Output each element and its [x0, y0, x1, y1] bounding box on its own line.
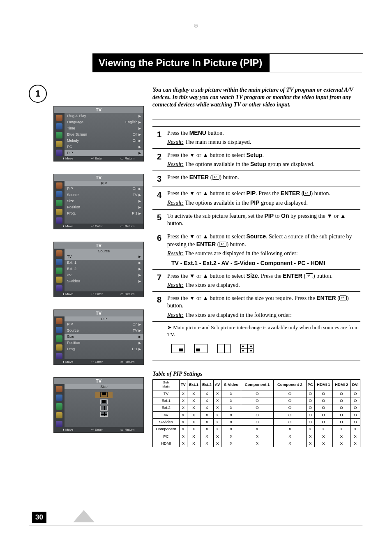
instruction-step-7: 7Press the ▼ or ▲ button to select Size.… — [152, 269, 360, 291]
pip-settings-table: SubMainTVExt.1Ext.2AVS-VideoComponent 1C… — [152, 379, 360, 448]
page-frame: Viewing the Picture In Picture (PIP) 1 T… — [29, 37, 363, 526]
main-picture-note: ➤ Main picture and Sub picture interchan… — [167, 324, 360, 338]
osd-pip-size-row: TV PIPPIPOn ▶SourceTV ▶Size▶Position▶Pro… — [53, 309, 144, 365]
size-icon-small — [171, 344, 184, 353]
osd-size-options: TV Size ♦ Move ↵ Enter — [53, 377, 144, 433]
osd-setup-menu: TV Plug & Play▶LanguageEnglish ▶Time▶Blu… — [53, 106, 144, 162]
instruction-step-1: 1Press the MENU button.Result: The main … — [152, 126, 360, 148]
left-column: 1 TV Plug & Play▶LanguageEnglish ▶Time▶B… — [29, 86, 146, 447]
instruction-step-4: 4Press the ▼ or ▲ button to select PIP. … — [152, 187, 360, 209]
instruction-step-3: 3Press the ENTER () button. — [152, 171, 360, 187]
instruction-step-6: 6Press the ▼ or ▲ button to select Sourc… — [152, 230, 360, 269]
osd-pip-menu: TV PIPPIPOn ▶SourceTV ▶Size▶Position▶Pro… — [53, 174, 144, 229]
instruction-step-2: 2Press the ▼ or ▲ button to select Setup… — [152, 148, 360, 171]
size-icon-quad — [240, 344, 254, 353]
osd-source-menu: TV SourceTV▶Ext. 1▶Ext. 2▶AV▶S-Video▶ ♦ … — [53, 242, 144, 297]
step-circle: 1 — [29, 85, 47, 103]
size-icon-small-left — [194, 344, 208, 353]
section-title: Viewing the Picture In Picture (PIP) — [93, 54, 270, 72]
continued-arrow-icon — [73, 510, 95, 522]
crop-mark: ⊕ — [194, 22, 198, 29]
size-icons-row — [171, 344, 360, 353]
osd-category-icons — [54, 113, 65, 156]
page-number: 30 — [32, 512, 46, 523]
instruction-step-8: 8Press the ▼ or ▲ button to select the s… — [152, 291, 360, 322]
section-title-bar: Viewing the Picture In Picture (PIP) — [92, 53, 363, 72]
instruction-step-5: 5To activate the sub picture feature, se… — [152, 209, 360, 230]
size-icon-double — [217, 344, 231, 353]
pip-table-title: Table of PIP Settings — [152, 370, 360, 378]
right-column: You can display a sub picture within the… — [146, 86, 360, 447]
intro-text: You can display a sub picture within the… — [152, 86, 360, 109]
